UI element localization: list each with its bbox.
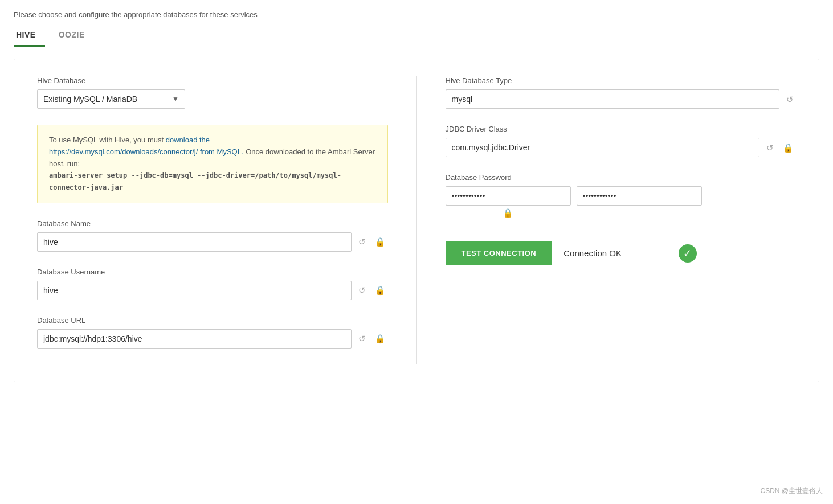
database-name-label: Database Name [37, 219, 388, 228]
tab-oozie[interactable]: OOZIE [56, 24, 94, 47]
chevron-down-icon: ▼ [166, 91, 185, 108]
hive-database-label: Hive Database [37, 76, 388, 85]
connection-ok-icon: ✓ [679, 244, 697, 263]
database-username-field: Database Username ↺ 🔒 [37, 268, 388, 300]
jdbc-driver-refresh-icon[interactable]: ↺ [764, 142, 776, 153]
database-name-field: Database Name ↺ 🔒 [37, 219, 388, 252]
test-connection-button[interactable]: TEST CONNECTION [446, 241, 553, 265]
left-column: Hive Database Existing MySQL / MariaDB ▼… [37, 76, 388, 364]
db-password-confirm-input[interactable] [577, 186, 702, 206]
database-name-lock-icon: 🔒 [373, 236, 388, 247]
page-header: Please choose and configure the appropri… [0, 0, 833, 24]
database-url-lock-icon: 🔒 [373, 333, 388, 344]
hive-db-type-label: Hive Database Type [446, 76, 797, 85]
db-password-field: Database Password 🔒 [446, 173, 797, 218]
hive-database-select[interactable]: Existing MySQL / MariaDB [38, 90, 166, 108]
hive-db-type-field: Hive Database Type ↺ [446, 76, 797, 109]
db-password-lock-icon: 🔒 [503, 208, 513, 218]
download-link[interactable]: download the [166, 136, 210, 144]
hive-db-type-refresh-icon[interactable]: ↺ [784, 94, 796, 105]
tab-hive[interactable]: HIVE [14, 24, 45, 47]
database-url-field: Database URL ↺ 🔒 [37, 316, 388, 349]
db-password-input[interactable] [446, 186, 571, 206]
jdbc-driver-field: JDBC Driver Class ↺ 🔒 [446, 125, 797, 157]
jdbc-driver-lock-icon: 🔒 [781, 142, 796, 153]
connection-ok-text: Connection OK [564, 248, 622, 258]
db-password-label: Database Password [446, 173, 797, 182]
hive-database-select-wrapper[interactable]: Existing MySQL / MariaDB ▼ [37, 89, 185, 109]
hive-db-type-input[interactable] [446, 89, 780, 109]
database-username-lock-icon: 🔒 [373, 285, 388, 296]
column-divider [416, 76, 417, 364]
db-password-confirm-wrap [577, 186, 702, 206]
tabs-bar: HIVE OOZIE [0, 24, 833, 47]
database-url-label: Database URL [37, 316, 388, 325]
hive-database-field: Hive Database Existing MySQL / MariaDB ▼ [37, 76, 388, 109]
database-name-input[interactable] [37, 232, 352, 252]
database-username-label: Database Username [37, 268, 388, 276]
database-username-refresh-icon[interactable]: ↺ [356, 285, 368, 296]
db-password-wrap: 🔒 [446, 186, 571, 218]
right-column: Hive Database Type ↺ JDBC Driver Class ↺… [446, 76, 797, 364]
mysql-info-box: To use MySQL with Hive, you must downloa… [37, 125, 388, 203]
jdbc-driver-input[interactable] [446, 138, 760, 157]
jdbc-driver-label: JDBC Driver Class [446, 125, 797, 133]
database-url-input[interactable] [37, 329, 352, 349]
main-card: Hive Database Existing MySQL / MariaDB ▼… [14, 59, 819, 382]
database-name-refresh-icon[interactable]: ↺ [356, 236, 368, 247]
test-connection-row: TEST CONNECTION Connection OK ✓ [446, 241, 797, 265]
mysql-connector-link[interactable]: https://dev.mysql.com/downloads/connecto… [49, 147, 244, 156]
database-username-input[interactable] [37, 281, 352, 300]
database-url-refresh-icon[interactable]: ↺ [356, 333, 368, 344]
